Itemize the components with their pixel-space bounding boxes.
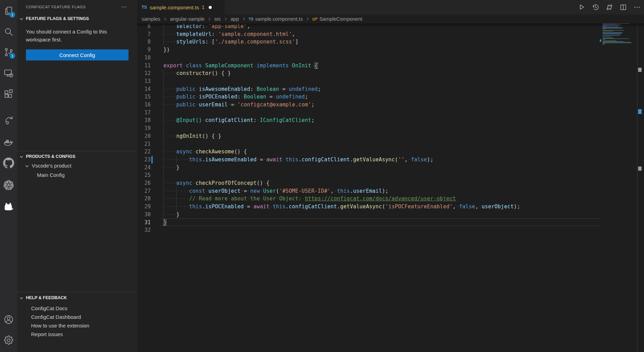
minimap-border (637, 15, 637, 352)
activitybar-item-github[interactable] (0, 154, 17, 172)
tab-problem-badge: 1 (202, 4, 205, 10)
chevron-down-icon (19, 154, 24, 161)
code-line-8[interactable]: 8····styleUrls:·['./sample.component.scs… (137, 38, 601, 46)
chevron-right-icon (305, 17, 310, 21)
code-line-27[interactable]: 27········const·userObject·=·new·User('#… (137, 187, 601, 195)
line-number: 20 (137, 132, 151, 140)
code-line-16[interactable]: 16····public·userEmail·=·'configcat@exam… (137, 101, 601, 109)
code-line-21[interactable]: 21 (137, 140, 601, 148)
breadcrumb-item[interactable]: src (214, 16, 221, 22)
breadcrumb-item[interactable]: TSsample.component.ts (249, 16, 303, 22)
line-number: 14 (137, 85, 151, 93)
code-line-25[interactable]: 25 (137, 171, 601, 179)
code-line-32[interactable]: 32 (137, 226, 601, 234)
code-line-9[interactable]: 9}) (137, 46, 601, 54)
code-line-31[interactable]: 31} (137, 219, 601, 227)
tab-sample-component[interactable]: TS sample.component.ts 1 (137, 0, 225, 15)
code-line-13[interactable]: 13 (137, 77, 601, 85)
activitybar-item-explorer[interactable]: 1 (0, 2, 17, 20)
help-link-configcat-docs[interactable]: ConfigCat Docs (31, 304, 135, 313)
code-line-15[interactable]: 15····public·isPOCEnabled:·Boolean·=·und… (137, 93, 601, 101)
activitybar-item-kubernetes[interactable] (0, 176, 17, 193)
breadcrumb-item[interactable]: app (230, 16, 239, 22)
code-line-18[interactable]: 18····@Input()·configCatClient:·IConfigC… (137, 116, 601, 124)
breadcrumb-item[interactable]: samples (142, 16, 160, 22)
source-control-badge: 1 (9, 53, 15, 59)
help-link-how-to-use-the-extension[interactable]: How to use the extension (31, 321, 135, 330)
minimap-line (603, 31, 613, 31)
code-line-26[interactable]: 26····async·checkProofOfConcept()·{ (137, 179, 601, 187)
activitybar-item-remote-explorer[interactable] (0, 65, 17, 82)
code-line-12[interactable]: 12····constructor()·{·} (137, 69, 601, 77)
overview-ruler[interactable] (638, 15, 644, 352)
activitybar-item-configcat[interactable] (0, 198, 17, 215)
activitybar-item-live-share[interactable] (0, 112, 17, 129)
typescript-file-icon: TS (142, 5, 147, 10)
activity-bar: 11 (0, 0, 17, 352)
chevron-down-icon (19, 295, 24, 302)
tab-label: sample.component.ts (150, 4, 199, 10)
code-line-28[interactable]: 28········//·Read·more·about·the·User·Ob… (137, 195, 601, 203)
line-number: 7 (137, 30, 151, 38)
line-number: 12 (137, 69, 151, 77)
minimap-line (603, 29, 606, 29)
split-editor-icon[interactable] (619, 3, 627, 11)
sidebar-more-actions-icon[interactable]: ⋯ (120, 3, 129, 11)
typescript-file-icon: TS (249, 17, 254, 21)
line-number: 18 (137, 116, 151, 124)
activitybar-item-accounts[interactable] (0, 311, 17, 328)
code-line-29[interactable]: 29········this.isPOCEnabled·=·await·this… (137, 203, 601, 211)
line-number: 25 (137, 171, 151, 179)
line-number: 27 (137, 187, 151, 195)
tab-dirty-indicator[interactable] (209, 6, 212, 9)
sidebar: CONFIGCAT FEATURE FLAGS ⋯ FEATURE FLAGS … (17, 0, 137, 352)
line-number: 24 (137, 164, 151, 172)
code-line-19[interactable]: 19 (137, 124, 601, 132)
tree-item-vscode-s-product[interactable]: Vscode's product (17, 162, 137, 171)
breadcrumb-item[interactable]: angular-sample (170, 16, 205, 22)
code-line-11[interactable]: 11export·class·SampleComponent·implement… (137, 62, 601, 70)
code-line-10[interactable]: 10 (137, 54, 601, 62)
line-number: 23 (137, 156, 151, 164)
more-icon[interactable] (633, 3, 641, 11)
indent-guide (163, 140, 164, 148)
compare-icon[interactable] (605, 3, 614, 11)
minimap-line (603, 36, 612, 37)
run-icon[interactable] (578, 3, 586, 11)
code-line-23[interactable]: 23········this.isAwesomeEnabled·=·await·… (137, 156, 601, 164)
code-line-17[interactable]: 17 (137, 109, 601, 117)
code-line-7[interactable]: 7····templateUrl:·'sample.component.html… (137, 30, 601, 38)
line-number: 8 (137, 38, 151, 46)
section-header-products-configs[interactable]: PRODUCTS & CONFIGS (17, 153, 137, 161)
line-number: 30 (137, 211, 151, 219)
help-link-report-issues[interactable]: Report issues (31, 330, 135, 339)
help-link-configcat-dashboard[interactable]: ConfigCat Dashboard (31, 313, 135, 321)
ruler-mark (638, 109, 642, 114)
breadcrumb-item[interactable]: SampleComponent (312, 16, 362, 22)
code-line-14[interactable]: 14····public·isAwesomeEnabled:·Boolean·=… (137, 85, 601, 93)
activitybar-item-settings[interactable] (0, 332, 17, 349)
breadcrumb: samplesangular-samplesrcappTSsample.comp… (137, 15, 644, 23)
chevron-right-icon (223, 17, 228, 21)
line-number: 26 (137, 179, 151, 187)
indent-guide (163, 77, 164, 85)
minimap-line (603, 42, 632, 43)
code-line-30[interactable]: 30····} (137, 211, 601, 219)
code-line-20[interactable]: 20····ngOnInit()·{·} (137, 132, 601, 140)
activitybar-item-docker[interactable] (0, 134, 17, 151)
section-header-feature-flags[interactable]: FEATURE FLAGS & SETTINGS (17, 15, 137, 23)
code-line-22[interactable]: 22····async·checkAwesome()·{ (137, 148, 601, 156)
explorer-badge: 1 (9, 12, 15, 18)
section-header-help-feedback[interactable]: HELP & FEEDBACK (17, 294, 137, 302)
chevron-down-icon (19, 16, 24, 23)
activitybar-item-search[interactable] (0, 23, 17, 40)
activitybar-item-extensions[interactable] (0, 85, 17, 103)
connect-config-button[interactable]: Connect Config (26, 49, 129, 60)
line-number: 22 (137, 148, 151, 156)
tree-item-main-config[interactable]: Main Config (17, 171, 137, 180)
line-number: 19 (137, 124, 151, 132)
code-line-24[interactable]: 24····} (137, 164, 601, 172)
history-icon[interactable] (591, 3, 600, 11)
activitybar-item-source-control[interactable]: 1 (0, 44, 17, 61)
line-number: 31 (137, 219, 151, 227)
